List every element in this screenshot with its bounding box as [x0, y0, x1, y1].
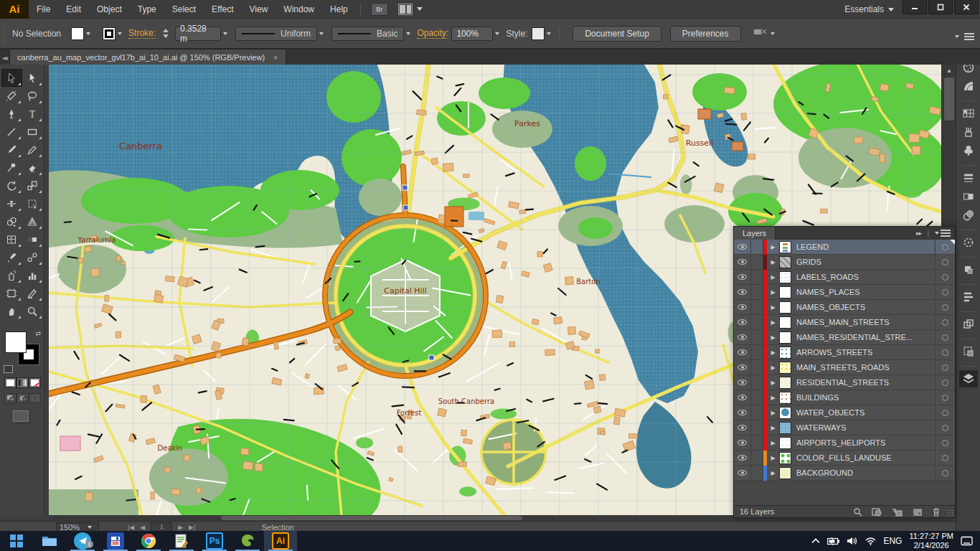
perspective-grid-tool[interactable]	[22, 212, 43, 230]
expand-layer-icon[interactable]: ▶	[767, 319, 779, 326]
visibility-toggle[interactable]	[734, 300, 751, 315]
artboards-panel-icon[interactable]	[959, 343, 978, 360]
expand-layer-icon[interactable]: ▶	[767, 425, 779, 431]
layer-thumbnail[interactable]	[779, 256, 791, 268]
layer-name[interactable]: GRIDS	[796, 258, 821, 266]
rectangle-tool[interactable]	[22, 123, 43, 141]
width-tool[interactable]	[1, 194, 22, 212]
visibility-toggle[interactable]	[734, 315, 751, 330]
visibility-toggle[interactable]	[734, 375, 751, 390]
layer-thumbnail[interactable]	[779, 362, 791, 374]
layer-name[interactable]: LABELS_ROADS	[796, 273, 859, 281]
scale-tool[interactable]	[22, 176, 43, 194]
panel-grip[interactable]	[1, 23, 5, 44]
layers-panel-icon[interactable]	[959, 370, 978, 387]
stroke-link[interactable]: Stroke:	[128, 28, 156, 39]
visibility-toggle[interactable]	[734, 255, 751, 270]
symbol-sprayer-tool[interactable]	[1, 266, 22, 284]
rotate-tool[interactable]	[1, 176, 22, 194]
menu-edit[interactable]: Edit	[58, 0, 89, 19]
gradient-tool[interactable]	[22, 230, 43, 248]
zoom-tool[interactable]	[22, 302, 43, 320]
lock-toggle[interactable]	[751, 315, 763, 330]
color-button[interactable]	[4, 377, 17, 388]
expand-layer-icon[interactable]: ▶	[767, 364, 779, 371]
layer-row-airports-heliports[interactable]: ▶AIRPORTS_HELIPORTS	[734, 435, 955, 451]
menu-select[interactable]: Select	[164, 0, 204, 19]
eyedropper-tool[interactable]	[1, 248, 22, 266]
lock-toggle[interactable]	[751, 240, 763, 255]
mesh-tool[interactable]	[1, 230, 22, 248]
selection-tool[interactable]	[1, 69, 22, 87]
stroke-panel-icon[interactable]	[959, 169, 978, 187]
layer-row-names-main-streets[interactable]: ▶NAMES_MAIN_STREETS	[734, 315, 955, 330]
expand-layer-icon[interactable]: ▶	[767, 349, 779, 356]
artboard-tool[interactable]	[1, 284, 22, 302]
lock-toggle[interactable]	[751, 345, 763, 360]
layer-name[interactable]: BUILDINGS	[796, 393, 839, 402]
eraser-tool[interactable]	[22, 159, 43, 176]
taskbar-floppy-app-icon[interactable]	[99, 531, 132, 551]
visibility-toggle[interactable]	[734, 360, 751, 375]
lock-toggle[interactable]	[751, 375, 763, 390]
gradient-panel-icon[interactable]	[959, 188, 978, 205]
layer-name[interactable]: AIRPORTS_HELIPORTS	[796, 438, 885, 447]
layer-target[interactable]	[935, 270, 955, 285]
layer-thumbnail[interactable]	[779, 467, 791, 479]
layer-row-residential-streets[interactable]: ▶RESIDENTIAL_STREETS	[734, 375, 955, 390]
brushes-panel-icon[interactable]	[959, 123, 978, 141]
locate-object-icon[interactable]	[853, 507, 862, 517]
taskbar-start-button[interactable]	[0, 531, 33, 551]
lock-toggle[interactable]	[751, 330, 763, 345]
dock-group-grip[interactable]	[961, 254, 976, 260]
default-fill-stroke-icon[interactable]	[4, 365, 13, 373]
next-artboard-button[interactable]: ▶	[178, 524, 183, 531]
layer-name[interactable]: NAMES_RESIDENTIAL_STRE...	[796, 333, 913, 342]
color-guide-panel-icon[interactable]	[959, 77, 978, 95]
gradient-button[interactable]	[17, 377, 29, 388]
wifi-icon[interactable]	[865, 537, 876, 545]
pencil-tool[interactable]	[22, 141, 43, 159]
lasso-tool[interactable]	[22, 87, 43, 105]
draw-normal-icon[interactable]	[4, 393, 17, 403]
document-tab[interactable]: canberra_au_map_vector_gvl17b_ai_10_ai.a…	[9, 49, 286, 65]
dock-group-grip[interactable]	[961, 363, 976, 369]
layer-target[interactable]	[935, 435, 955, 451]
align-icon[interactable]	[753, 27, 768, 40]
arrange-documents-icon[interactable]	[398, 4, 413, 15]
workspace-switcher[interactable]: Essentials	[844, 0, 894, 19]
layer-row-legend[interactable]: ▶LEGEND	[734, 240, 955, 255]
menu-effect[interactable]: Effect	[204, 0, 241, 19]
fill-color-swatch[interactable]	[71, 27, 84, 40]
menu-window[interactable]: Window	[275, 0, 322, 19]
layer-row-arrows-streets[interactable]: ▶ARROWS_STREETS	[734, 345, 955, 360]
hand-tool[interactable]	[1, 302, 22, 320]
preferences-button[interactable]: Preferences	[670, 26, 741, 42]
line-segment-tool[interactable]	[1, 123, 22, 141]
layer-name[interactable]: WATER_OBJECTS	[796, 408, 864, 417]
tray-expand-icon[interactable]	[811, 538, 820, 544]
slice-tool[interactable]	[22, 284, 43, 302]
lock-toggle[interactable]	[751, 270, 763, 285]
expand-layer-icon[interactable]: ▶	[767, 455, 779, 461]
layer-thumbnail[interactable]	[779, 392, 791, 404]
language-indicator[interactable]: ENG	[883, 536, 902, 546]
layer-row-waterways[interactable]: ▶WATERWAYS	[734, 420, 955, 435]
layer-target[interactable]	[935, 451, 955, 466]
layer-name[interactable]: NAMES_OBJECTS	[796, 303, 865, 311]
stroke-color-swatch[interactable]	[103, 27, 116, 40]
stroke-weight-field[interactable]: 0.3528 m	[175, 27, 221, 41]
minimize-button[interactable]	[903, 0, 927, 14]
taskbar-chrome-icon[interactable]	[132, 531, 165, 551]
layer-target[interactable]	[935, 466, 955, 481]
dock-group-grip[interactable]	[961, 336, 976, 342]
shape-builder-tool[interactable]	[1, 212, 22, 230]
pen-tool[interactable]	[1, 105, 22, 123]
layer-name[interactable]: LEGEND	[796, 242, 829, 251]
layer-row-background[interactable]: ▶BACKGROUND	[734, 466, 955, 481]
layer-name[interactable]: BACKGROUND	[796, 468, 853, 477]
layer-target[interactable]	[935, 405, 955, 420]
expand-layer-icon[interactable]: ▶	[767, 334, 779, 341]
layer-name[interactable]: NAMES_PLACES	[796, 288, 860, 296]
blob-brush-tool[interactable]	[1, 159, 22, 176]
